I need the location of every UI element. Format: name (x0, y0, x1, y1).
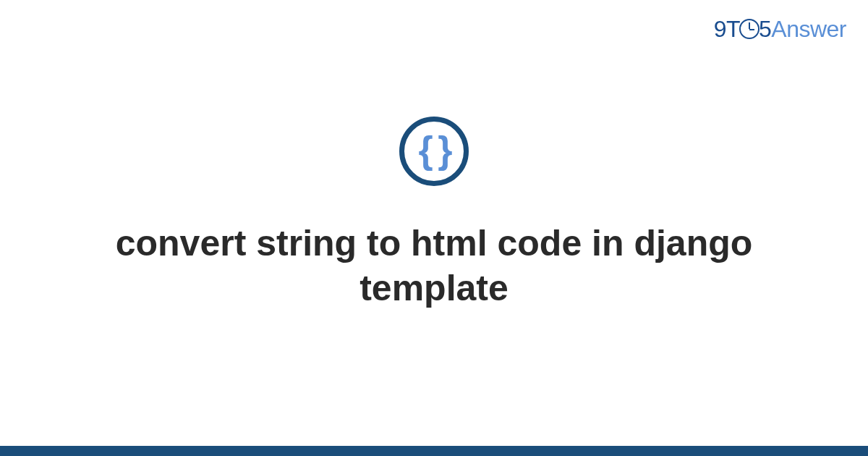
main-content: { } convert string to html code in djang… (0, 0, 868, 456)
code-braces-icon: { } (419, 131, 450, 169)
category-icon-circle: { } (399, 117, 469, 186)
footer-accent-bar (0, 446, 868, 456)
page-title: convert string to html code in django te… (109, 221, 760, 311)
